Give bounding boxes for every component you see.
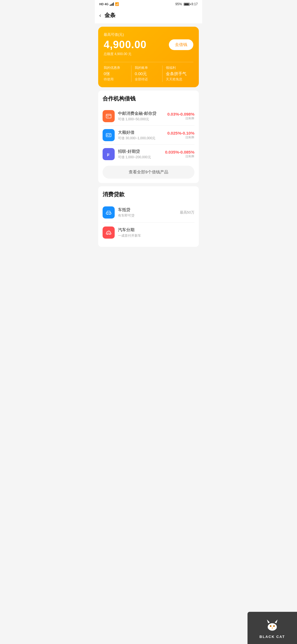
battery-icon — [184, 3, 190, 6]
svg-point-6 — [109, 214, 110, 215]
svg-point-5 — [107, 214, 108, 215]
svg-point-9 — [109, 234, 110, 235]
stat-coupons-title: 我的优惠券 — [104, 66, 128, 70]
page-title: 金条 — [105, 12, 116, 19]
consumer-sub-0: 有车即可贷 — [118, 213, 180, 218]
loan-info-dae: 大额好借 可借 30,000~1,000,000元 — [118, 130, 167, 141]
stat-bill-title: 我的账单 — [135, 66, 159, 70]
svg-point-8 — [107, 234, 108, 235]
consumer-info-car-mortgage: 车抵贷 有车即可贷 — [118, 207, 180, 218]
signal-icon — [110, 2, 114, 6]
svg-text:μ: μ — [107, 152, 109, 156]
loan-rate-2: 0.035%-0.085% 日利率 — [165, 150, 194, 159]
loan-icon-zhaolian: μ — [103, 148, 115, 160]
loan-item-dae[interactable]: 大额好借 可借 30,000~1,000,000元 0.025%-0.10% 日… — [103, 126, 194, 145]
consumer-name-0: 车抵贷 — [118, 207, 180, 212]
stat-coupons-sub: 待使用 — [104, 77, 128, 82]
loan-info-zhaolian: 招联-好期贷 可借 1,000~200,000元 — [118, 149, 165, 160]
consumer-icon-car-installment — [103, 227, 115, 239]
consumer-sub-1: 一成首付开新车 — [118, 233, 194, 238]
stat-bill-sub: 全部待还 — [135, 77, 159, 82]
hero-divider — [104, 62, 193, 62]
loan-item-zhongyou[interactable]: 中邮消费金融-邮你贷 可借 1,000~50,000元 0.03%-0.098%… — [103, 107, 194, 126]
hero-stats: 我的优惠券 0张 待使用 我的账单 0.00元 全部待还 领福利 金条拼手气 天… — [104, 66, 193, 82]
stat-bill-value: 0.00元 — [135, 71, 159, 77]
hero-amount: 4,900.00 — [104, 39, 147, 51]
loan-rate-label-2: 日利率 — [165, 154, 194, 159]
stat-welfare[interactable]: 领福利 金条拼手气 天天抢免息 — [162, 66, 193, 82]
loan-item-zhaolian[interactable]: μ 招联-好期贷 可借 1,000~200,000元 0.035%-0.085%… — [103, 145, 194, 163]
loan-rate-1: 0.025%-0.10% 日利率 — [167, 131, 194, 140]
hero-sublabel: 总额度 4,900.00 元 — [104, 52, 193, 56]
consumer-icon-car-mortgage — [103, 206, 115, 219]
status-right: 95% 8:17 — [175, 2, 198, 6]
loan-rate-value-2: 0.035%-0.085% — [165, 150, 194, 154]
consumer-item-car-installment[interactable]: 汽车分期 一成首付开新车 — [103, 223, 194, 242]
header: ‹ 金条 — [95, 8, 202, 23]
clock: 8:17 — [191, 2, 198, 6]
partner-section-title: 合作机构借钱 — [103, 95, 194, 102]
stat-welfare-title: 领福利 — [166, 66, 190, 70]
back-button[interactable]: ‹ — [99, 12, 101, 18]
view-all-button[interactable]: 查看全部9个借钱产品 — [103, 166, 194, 179]
consumer-max-0: 最高50万 — [180, 210, 194, 215]
svg-rect-7 — [106, 233, 111, 234]
svg-rect-4 — [106, 213, 111, 214]
loan-name-1: 大额好借 — [118, 130, 167, 135]
consumer-info-car-installment: 汽车分期 一成首付开新车 — [118, 227, 194, 238]
svg-point-2 — [107, 135, 108, 136]
stat-bill[interactable]: 我的账单 0.00元 全部待还 — [131, 66, 162, 82]
loan-icon-zhongyou — [103, 110, 115, 122]
loan-name-2: 招联-好期贷 — [118, 149, 165, 154]
svg-rect-0 — [106, 114, 111, 118]
consumer-item-car-mortgage[interactable]: 车抵贷 有车即可贷 最高50万 — [103, 203, 194, 223]
hero-card: 最高可借(元) 4,900.00 去借钱 总额度 4,900.00 元 我的优惠… — [98, 27, 199, 87]
loan-rate-value-1: 0.025%-0.10% — [167, 131, 194, 135]
partner-section: 合作机构借钱 中邮消费金融-邮你贷 可借 1,000~50,000元 0.03%… — [98, 91, 199, 183]
borrow-button[interactable]: 去借钱 — [169, 39, 193, 50]
loan-rate-value-0: 0.03%-0.098% — [167, 112, 194, 116]
loan-name-0: 中邮消费金融-邮你贷 — [118, 111, 167, 116]
loan-rate-label-0: 日利率 — [167, 116, 194, 121]
loan-rate-label-1: 日利率 — [167, 135, 194, 140]
network-type-label: HD 4G — [99, 2, 109, 6]
stat-welfare-value: 金条拼手气 — [166, 71, 190, 77]
loan-info-zhongyou: 中邮消费金融-邮你贷 可借 1,000~50,000元 — [118, 111, 167, 122]
loan-range-2: 可借 1,000~200,000元 — [118, 155, 165, 160]
status-bar: HD 4G 📶 95% 8:17 — [95, 0, 202, 8]
loan-range-0: 可借 1,000~50,000元 — [118, 117, 167, 122]
consumer-name-1: 汽车分期 — [118, 227, 194, 233]
battery-percent: 95% — [175, 2, 182, 6]
loan-range-1: 可借 30,000~1,000,000元 — [118, 136, 167, 141]
hero-label: 最高可借(元) — [104, 32, 193, 37]
consumer-section: 消费贷款 车抵贷 有车即可贷 最高50万 — [98, 186, 199, 247]
stat-coupons-value: 0张 — [104, 71, 128, 77]
wifi-icon: 📶 — [115, 2, 119, 6]
consumer-section-title: 消费贷款 — [103, 191, 194, 198]
stat-welfare-sub: 天天抢免息 — [166, 77, 190, 82]
loan-icon-dae — [103, 129, 115, 141]
stat-coupons[interactable]: 我的优惠券 0张 待使用 — [104, 66, 131, 82]
loan-rate-0: 0.03%-0.098% 日利率 — [167, 112, 194, 121]
status-network: HD 4G 📶 — [99, 2, 119, 6]
